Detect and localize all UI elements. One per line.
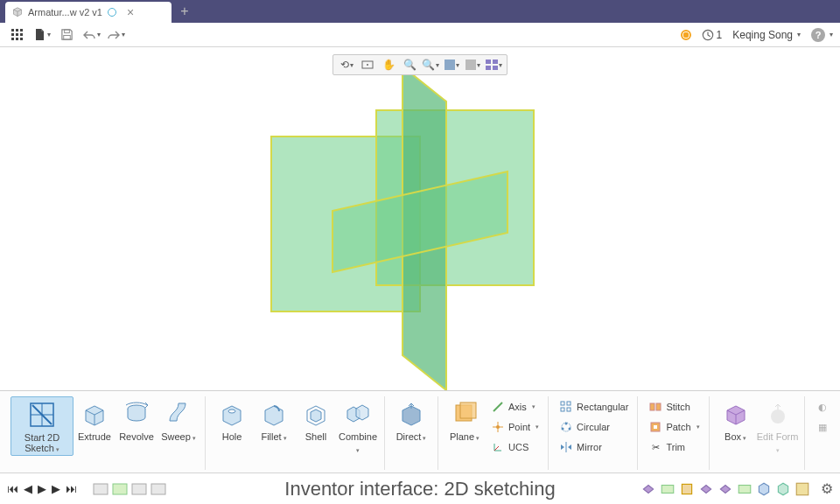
- look-at-button[interactable]: [358, 56, 377, 74]
- patch-button[interactable]: Patch▾: [648, 418, 699, 436]
- box-button[interactable]: Box ▾: [715, 396, 757, 444]
- svg-rect-6: [11, 38, 14, 40]
- document-tab[interactable]: Armatur...w v2 v1 ×: [5, 2, 172, 23]
- viewport-layout-button[interactable]: ▾: [484, 56, 503, 74]
- timeline-icon[interactable]: [698, 481, 714, 497]
- display-style-button[interactable]: ▾: [442, 56, 461, 74]
- axis-button[interactable]: Axis▾: [491, 398, 539, 416]
- user-menu-button[interactable]: Keqing Song▾: [732, 29, 801, 41]
- timeline-icon[interactable]: [775, 481, 791, 497]
- svg-rect-43: [94, 484, 108, 494]
- new-tab-button[interactable]: +: [175, 2, 194, 21]
- edit-form-button: Edit Form ▾: [757, 396, 799, 456]
- timeline-icon[interactable]: [737, 481, 752, 497]
- svg-rect-28: [460, 402, 476, 418]
- timeline-playbar: ⏮ ◀ ▶ ▶ ⏭: [7, 482, 77, 495]
- svg-rect-5: [20, 33, 23, 36]
- svg-rect-48: [682, 484, 691, 494]
- timeline-feature-icon[interactable]: [131, 483, 147, 495]
- svg-rect-32: [561, 408, 564, 411]
- svg-rect-7: [16, 38, 18, 40]
- timeline-icon[interactable]: [718, 481, 733, 497]
- combine-button[interactable]: Combine ▾: [337, 396, 379, 456]
- close-tab-button[interactable]: ×: [127, 5, 134, 19]
- timeline-first-button[interactable]: ⏮: [7, 482, 18, 495]
- timeline-icon[interactable]: [794, 481, 810, 497]
- undo-button[interactable]: ▾: [80, 25, 102, 45]
- origin-planes-icon: [245, 66, 560, 390]
- svg-rect-1: [16, 29, 18, 32]
- environment-button[interactable]: ▾: [463, 56, 482, 74]
- svg-rect-30: [561, 402, 564, 405]
- svg-rect-49: [738, 485, 751, 493]
- svg-rect-15: [466, 60, 476, 70]
- stitch-button[interactable]: Stitch: [648, 398, 699, 416]
- timeline-icon[interactable]: [640, 481, 656, 497]
- timeline-play-button[interactable]: ▶: [38, 482, 46, 495]
- svg-point-26: [228, 410, 235, 413]
- timeline-prev-button[interactable]: ◀: [24, 482, 32, 495]
- trim-button[interactable]: ✂Trim: [648, 438, 699, 456]
- timeline-last-button[interactable]: ⏭: [66, 482, 77, 495]
- timeline-icon[interactable]: [660, 481, 676, 497]
- sweep-button[interactable]: Sweep ▾: [158, 396, 200, 444]
- fillet-button[interactable]: Fillet ▾: [253, 396, 295, 444]
- tab-label: Armatur...w v2 v1: [28, 7, 102, 18]
- svg-rect-44: [113, 484, 127, 494]
- shell-button[interactable]: Shell: [295, 396, 337, 442]
- start-2d-sketch-button[interactable]: Start 2D Sketch ▾: [10, 396, 74, 456]
- svg-point-13: [367, 64, 368, 66]
- mirror-button[interactable]: Mirror: [559, 438, 628, 456]
- direct-button[interactable]: Direct ▾: [390, 396, 432, 444]
- svg-rect-50: [796, 483, 808, 495]
- rectangular-pattern-button[interactable]: Rectangular: [559, 398, 628, 416]
- svg-rect-16: [486, 60, 491, 64]
- timeline-icon[interactable]: [679, 481, 695, 497]
- settings-button[interactable]: ⚙: [821, 480, 833, 497]
- hole-button[interactable]: Hole: [211, 396, 253, 442]
- svg-rect-19: [493, 66, 498, 70]
- timeline-next-button[interactable]: ▶: [52, 482, 60, 495]
- redo-button[interactable]: ▾: [105, 25, 126, 45]
- svg-rect-46: [151, 484, 165, 494]
- cube-icon: [12, 7, 23, 18]
- svg-rect-14: [444, 60, 455, 70]
- user-name: Keqing Song: [732, 29, 793, 41]
- viewport-canvas[interactable]: [0, 47, 840, 390]
- svg-rect-38: [650, 403, 654, 410]
- help-icon: ?: [811, 28, 825, 42]
- plane-button[interactable]: Plane ▾: [444, 396, 486, 444]
- svg-rect-4: [16, 33, 18, 36]
- timeline-feature-icon[interactable]: [112, 483, 128, 495]
- zoom-fit-button[interactable]: 🔍▾: [421, 56, 440, 74]
- point-button[interactable]: Point▾: [491, 418, 539, 436]
- ribbon-toolbar: Start 2D Sketch ▾ Extrude Revolve Sweep …: [0, 390, 840, 472]
- svg-rect-39: [656, 403, 661, 410]
- revolve-button[interactable]: Revolve: [116, 396, 158, 442]
- help-menu-button[interactable]: ?▾: [811, 28, 833, 42]
- unsaved-indicator-icon: [108, 8, 116, 17]
- zoom-button[interactable]: 🔍: [400, 56, 419, 74]
- queue-count: 1: [717, 29, 723, 41]
- timeline-icon[interactable]: [756, 481, 772, 497]
- pan-button[interactable]: ✋: [379, 56, 398, 74]
- app-grid-button[interactable]: [7, 25, 28, 45]
- file-menu-button[interactable]: ▾: [32, 25, 52, 45]
- save-button[interactable]: [56, 25, 77, 45]
- extrude-button[interactable]: Extrude: [74, 396, 116, 442]
- status-bar: ⏮ ◀ ▶ ▶ ⏭ Inventor interface: 2D sketchi…: [0, 472, 840, 504]
- quick-access-bar: ▾ ▾ ▾ 1 Keqing Song▾ ?▾: [0, 23, 840, 47]
- svg-rect-33: [567, 408, 570, 411]
- titlebar: Armatur...w v2 v1 × +: [0, 0, 840, 23]
- orbit-button[interactable]: ⟲▾: [337, 56, 356, 74]
- timeline-feature-icon[interactable]: [150, 483, 166, 495]
- svg-rect-31: [567, 402, 570, 405]
- circular-pattern-button[interactable]: Circular: [559, 418, 628, 436]
- record-icon[interactable]: [681, 30, 691, 40]
- svg-rect-0: [11, 29, 14, 32]
- svg-rect-3: [11, 33, 14, 36]
- svg-point-29: [496, 425, 500, 429]
- ucs-button[interactable]: UCS: [491, 438, 539, 456]
- timeline-feature-icon[interactable]: [93, 483, 108, 495]
- job-queue-button[interactable]: 1: [702, 29, 723, 41]
